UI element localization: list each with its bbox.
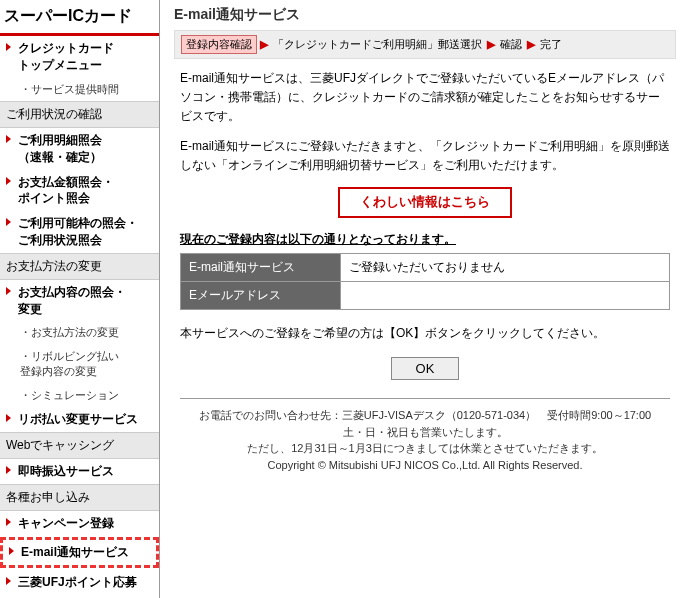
main-content: E-mail通知サービス 登録内容確認 ▶ 「クレジットカードご利用明細」郵送選… (160, 0, 690, 598)
sidebar-item-service-hours[interactable]: ・サービス提供時間 (0, 78, 159, 101)
section-apply-header: 各種お申し込み (0, 484, 159, 511)
footer-contact: お電話でのお問い合わせ先：三菱UFJ-VISAデスク（0120-571-034）… (180, 407, 670, 424)
detail-info-button[interactable]: くわしい情報はこちら (338, 187, 512, 218)
table-row: Eメールアドレス (181, 282, 670, 310)
page-title: E-mail通知サービス (174, 6, 676, 24)
footer-copyright: Copyright © Mitsubishi UFJ NICOS Co.,Ltd… (180, 457, 670, 474)
sidebar-item-revolving[interactable]: ・リボルビング払い登録内容の変更 (0, 345, 159, 384)
section-cashing-header: Webでキャッシング (0, 432, 159, 459)
row-value: ご登録いただいておりません (341, 253, 670, 281)
instruction: 本サービスへのご登録をご希望の方は【OK】ボタンをクリックしてください。 (180, 324, 670, 343)
row-header: E-mail通知サービス (181, 253, 341, 281)
description-1: E-mail通知サービスは、三菱UFJダイレクトでご登録いただいているEメールア… (180, 69, 670, 127)
description-2: E-mail通知サービスにご登録いただきますと、「クレジットカードご利用明細」を… (180, 137, 670, 175)
breadcrumb: 登録内容確認 ▶ 「クレジットカードご利用明細」郵送選択 ▶ 確認 ▶ 完了 (174, 30, 676, 59)
sidebar-item-revo-service[interactable]: リボ払い変更サービス (0, 407, 159, 432)
arrow-icon: ▶ (487, 38, 495, 51)
breadcrumb-step-2: 「クレジットカードご利用明細」郵送選択 (271, 36, 484, 53)
sidebar-item-top[interactable]: クレジットカードトップメニュー (0, 36, 159, 78)
sidebar-item-simulation[interactable]: ・シミュレーション (0, 384, 159, 407)
sidebar-item-credit-limit[interactable]: ご利用可能枠の照会・ご利用状況照会 (0, 211, 159, 253)
section-payment-header: お支払方法の変更 (0, 253, 159, 280)
footer: お電話でのお問い合わせ先：三菱UFJ-VISAデスク（0120-571-034）… (180, 398, 670, 473)
breadcrumb-step-4: 完了 (538, 36, 564, 53)
sidebar-item-email-notify[interactable]: E-mail通知サービス (3, 540, 156, 565)
sidebar-item-payment-change[interactable]: お支払内容の照会・変更 (0, 280, 159, 322)
row-header: Eメールアドレス (181, 282, 341, 310)
table-caption: 現在のご登録内容は以下の通りとなっております。 (180, 230, 670, 249)
sidebar-item-instant-transfer[interactable]: 即時振込サービス (0, 459, 159, 484)
sidebar-item-payment-points[interactable]: お支払金額照会・ポイント照会 (0, 170, 159, 212)
row-value (341, 282, 670, 310)
sidebar-item-mufg-points[interactable]: 三菱UFJポイント応募 (0, 570, 159, 595)
arrow-icon: ▶ (260, 38, 268, 51)
sidebar-highlight: E-mail通知サービス (0, 537, 159, 568)
ok-button[interactable]: OK (391, 357, 460, 380)
footer-hours: 土・日・祝日も営業いたします。 (180, 424, 670, 441)
registration-table: E-mail通知サービス ご登録いただいておりません Eメールアドレス (180, 253, 670, 310)
breadcrumb-step-3: 確認 (498, 36, 524, 53)
arrow-icon: ▶ (527, 38, 535, 51)
breadcrumb-step-1: 登録内容確認 (181, 35, 257, 54)
sidebar-item-statement[interactable]: ご利用明細照会（速報・確定） (0, 128, 159, 170)
section-usage-header: ご利用状況の確認 (0, 101, 159, 128)
sidebar-title: スーパーICカード (0, 0, 159, 36)
sidebar: スーパーICカード クレジットカードトップメニュー ・サービス提供時間 ご利用状… (0, 0, 160, 598)
sidebar-item-method-change[interactable]: ・お支払方法の変更 (0, 321, 159, 344)
sidebar-item-campaign[interactable]: キャンペーン登録 (0, 511, 159, 536)
table-row: E-mail通知サービス ご登録いただいておりません (181, 253, 670, 281)
footer-holiday: ただし、12月31日～1月3日につきましては休業とさせていただきます。 (180, 440, 670, 457)
